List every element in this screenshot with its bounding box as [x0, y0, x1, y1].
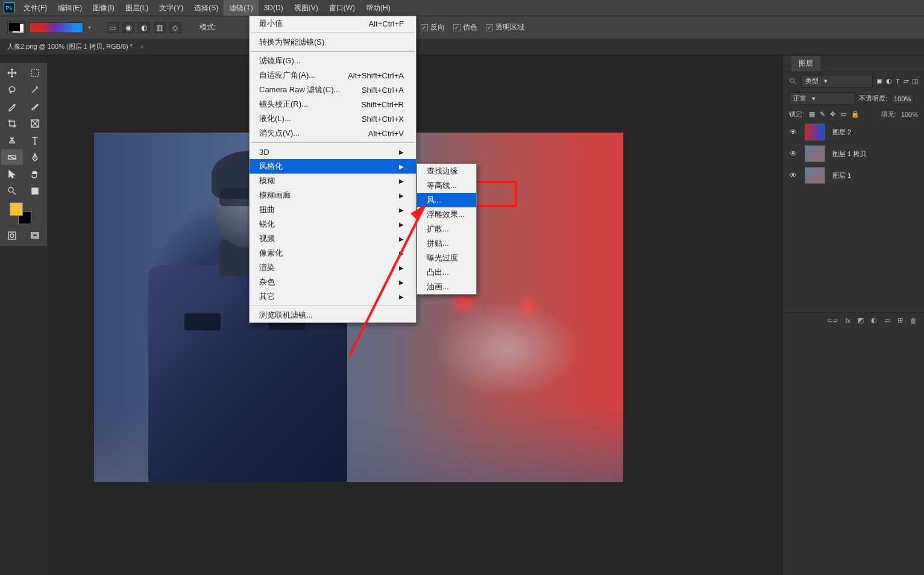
crop-tool[interactable] — [1, 116, 23, 131]
svg-rect-9 — [33, 234, 37, 237]
gradient-type-reflected[interactable]: ▥ — [154, 22, 166, 33]
lock-move-icon[interactable]: ✥ — [830, 110, 835, 118]
marquee-tool[interactable] — [24, 65, 46, 81]
menu-帮助h[interactable]: 帮助(H) — [360, 0, 396, 16]
brush-tool[interactable] — [24, 99, 46, 115]
filter-item-镜头校正R[interactable]: 镜头校正(R)...Shift+Ctrl+R — [250, 97, 416, 112]
menu-图像i[interactable]: 图像(I) — [87, 0, 119, 16]
search-icon — [789, 77, 797, 86]
document-tab[interactable]: 人像2.png @ 100% (图层 1 拷贝, RGB/8) * × — [0, 39, 924, 55]
menu-图层l[interactable]: 图层(L) — [120, 0, 154, 16]
panel-footer-icon[interactable]: ⊂⊃ — [827, 316, 838, 324]
svg-rect-5 — [32, 188, 38, 194]
layer-row[interactable]: 👁图层 1 拷贝 — [783, 143, 924, 165]
move-tool[interactable] — [1, 65, 23, 81]
fill-value[interactable]: 100% — [901, 111, 918, 118]
filter-type-icon[interactable]: T — [896, 78, 900, 85]
filter-shape-icon[interactable]: ▱ — [904, 77, 908, 85]
chk-reverse[interactable]: ✓反向 — [421, 22, 445, 33]
filter-pixel-icon[interactable]: ▣ — [876, 77, 882, 85]
svg-rect-6 — [8, 232, 16, 239]
filter-item-转换为智能滤镜S[interactable]: 转换为智能滤镜(S) — [250, 35, 416, 49]
gradient-type-radial[interactable]: ◉ — [122, 22, 134, 33]
opacity-label: 不透明度: — [859, 94, 887, 103]
stylize-item-查找边缘[interactable]: 查找边缘 — [417, 164, 476, 178]
edit-toolbar[interactable] — [24, 183, 46, 199]
panel-footer-icon[interactable]: ◩ — [858, 316, 864, 324]
visibility-icon[interactable]: 👁 — [789, 149, 797, 158]
chk-dither[interactable]: ✓仿色 — [453, 22, 477, 33]
lock-all-icon[interactable]: 🔒 — [851, 110, 860, 118]
menu-文件f[interactable]: 文件(F) — [18, 0, 52, 16]
menu-编辑e[interactable]: 编辑(E) — [52, 0, 87, 16]
filter-item-3D[interactable]: 3D▶ — [250, 145, 416, 159]
filter-adjust-icon[interactable]: ◐ — [886, 77, 892, 85]
lock-brush-icon[interactable]: ✎ — [820, 110, 825, 118]
menu-窗口w[interactable]: 窗口(W) — [324, 0, 360, 16]
main-menubar: Ps 文件(F)编辑(E)图像(I)图层(L)文字(Y)选择(S)滤镜(T)3D… — [0, 0, 924, 16]
gradient-type-angle[interactable]: ◐ — [138, 22, 150, 33]
panel-footer-icon[interactable]: 🗑 — [910, 317, 917, 324]
pen-tool[interactable] — [24, 149, 46, 165]
filter-item-滤镜库G[interactable]: 滤镜库(G)... — [250, 54, 416, 68]
filter-item-CameraRaw滤镜C[interactable]: Camera Raw 滤镜(C)...Shift+Ctrl+A — [250, 83, 416, 97]
layers-panel-tab[interactable]: 图层 — [783, 55, 924, 72]
layer-row[interactable]: 👁图层 2 — [783, 121, 924, 143]
visibility-icon[interactable]: 👁 — [789, 171, 797, 180]
visibility-icon[interactable]: 👁 — [789, 128, 797, 136]
filter-item-最小值[interactable]: 最小值Alt+Ctrl+F — [250, 16, 416, 31]
filter-item-消失点V[interactable]: 消失点(V)...Alt+Ctrl+V — [250, 126, 416, 140]
quick-mask-tool[interactable] — [1, 228, 23, 244]
annotation-arrow — [338, 193, 446, 362]
lock-label: 锁定: — [789, 110, 804, 119]
panel-footer-icon[interactable]: fx — [845, 317, 850, 324]
frame-tool[interactable] — [24, 116, 46, 131]
blend-mode-select[interactable]: 正常 ▾ — [789, 92, 855, 105]
layer-row[interactable]: 👁图层 1 — [783, 165, 924, 186]
panel-footer-icon[interactable]: ▭ — [884, 316, 890, 324]
layer-name: 图层 1 — [832, 171, 851, 180]
gradient-tool[interactable] — [1, 149, 23, 165]
menu-文字y[interactable]: 文字(Y) — [154, 0, 189, 16]
stylize-item-等高线[interactable]: 等高线... — [417, 178, 476, 193]
svg-point-4 — [8, 187, 13, 192]
gradient-type-linear[interactable]: ▭ — [107, 22, 119, 33]
filter-smart-icon[interactable]: ◫ — [912, 77, 918, 85]
eyedropper-tool[interactable] — [1, 99, 23, 115]
clone-stamp-tool[interactable] — [1, 133, 23, 148]
path-select-tool[interactable] — [1, 166, 23, 182]
chk-transparency[interactable]: ✓透明区域 — [486, 22, 524, 33]
toolbox — [0, 63, 47, 246]
magic-wand-tool[interactable] — [24, 82, 46, 98]
layer-kind-select[interactable]: 类型 ▾ — [801, 75, 873, 87]
filter-item-自适应广角A[interactable]: 自适应广角(A)...Alt+Shift+Ctrl+A — [250, 68, 416, 83]
opacity-value[interactable]: 100% — [891, 93, 914, 104]
filter-item-液化L[interactable]: 液化(L)...Shift+Ctrl+X — [250, 112, 416, 126]
panel-footer-icon[interactable]: ◐ — [871, 316, 877, 324]
menu-选择s[interactable]: 选择(S) — [189, 0, 224, 16]
panel-footer-icon[interactable]: ⊞ — [897, 316, 903, 324]
screen-mode-tool[interactable] — [24, 228, 46, 244]
layer-thumb — [805, 124, 825, 140]
type-tool[interactable] — [24, 133, 46, 148]
lock-artboard-icon[interactable]: ▭ — [840, 110, 846, 118]
fg-bg-swatch[interactable] — [7, 21, 25, 34]
gradient-preview[interactable] — [29, 22, 83, 33]
lasso-tool[interactable] — [1, 82, 23, 98]
filter-item-模糊[interactable]: 模糊▶ — [250, 174, 416, 188]
color-swatches[interactable] — [1, 200, 46, 227]
lock-pixels-icon[interactable]: ▦ — [809, 110, 815, 118]
menu-滤镜t[interactable]: 滤镜(T) — [224, 0, 258, 16]
gradient-type-diamond[interactable]: ◇ — [169, 22, 181, 33]
close-tab-icon[interactable]: × — [140, 43, 143, 51]
hand-tool[interactable] — [24, 166, 46, 182]
svg-point-10 — [790, 78, 794, 82]
filter-item-风格化[interactable]: 风格化▶ — [250, 159, 416, 174]
zoom-tool[interactable] — [1, 183, 23, 199]
menu-3dd[interactable]: 3D(D) — [259, 0, 289, 16]
layers-panel-footer: ⊂⊃fx◩◐▭⊞🗑 — [783, 312, 924, 328]
layer-thumb — [805, 145, 825, 162]
layer-name: 图层 2 — [832, 128, 851, 137]
menu-视图v[interactable]: 视图(V) — [289, 0, 324, 16]
svg-point-7 — [10, 234, 14, 237]
